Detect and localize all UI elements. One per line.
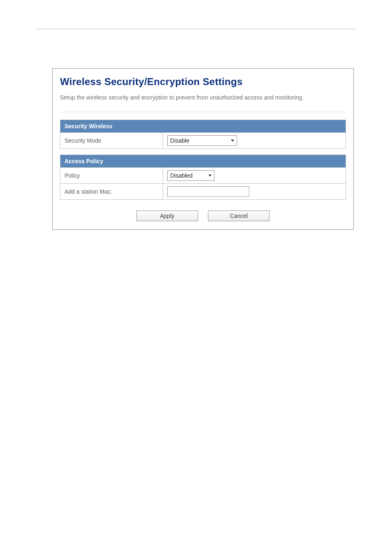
chevron-down-icon [231,140,234,142]
button-row: Apply Cancel [60,206,346,221]
security-mode-value: Disable [170,137,189,144]
apply-button[interactable]: Apply [136,210,198,221]
add-station-row: Add a station Mac: [60,184,346,200]
access-policy-header: Access Policy [60,155,346,168]
security-wireless-table: Security Wireless Security Mode Disable [60,120,346,149]
panel-description: Setup the wireless security and encrypti… [60,93,346,102]
security-mode-row: Security Mode Disable [60,133,346,149]
panel-title: Wireless Security/Encryption Settings [60,76,346,88]
add-station-mac-input[interactable] [167,186,249,197]
add-station-label: Add a station Mac: [60,184,163,200]
page-divider [37,29,355,29]
access-policy-table: Access Policy Policy Disabled Add a stat… [60,155,346,200]
policy-select[interactable]: Disabled [167,170,214,181]
cancel-button[interactable]: Cancel [208,210,270,221]
security-mode-select[interactable]: Disable [167,135,237,146]
security-mode-label: Security Mode [60,133,163,149]
policy-row: Policy Disabled [60,168,346,184]
inner-divider [60,112,346,112]
policy-value: Disabled [170,172,192,179]
chevron-down-icon [208,175,212,177]
policy-label: Policy [60,168,163,184]
security-wireless-header: Security Wireless [60,120,346,133]
wireless-security-panel: Wireless Security/Encryption Settings Se… [52,68,354,230]
